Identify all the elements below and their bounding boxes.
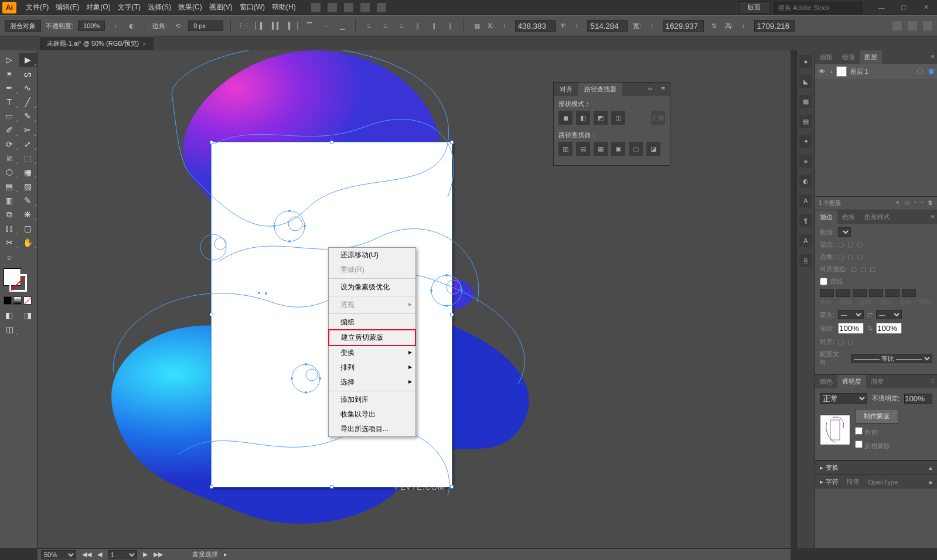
align-inside-icon[interactable]: ▢: [860, 265, 866, 273]
dist-hcenter-icon[interactable]: ∥: [428, 20, 440, 32]
transparency-menu-icon[interactable]: ≡: [929, 375, 937, 388]
corner-miter-icon[interactable]: ▢: [838, 253, 844, 261]
mesh-tool[interactable]: ▨: [19, 179, 38, 193]
menu-object[interactable]: 对象(O): [83, 2, 114, 12]
blend-tool[interactable]: ⧉: [0, 207, 19, 221]
live-paint-tool[interactable]: ▦: [19, 165, 38, 179]
invert-checkbox[interactable]: [855, 441, 863, 448]
character-accordion[interactable]: ▸字符 段落 OpenType≡: [815, 474, 937, 489]
transform-icon[interactable]: ▦: [471, 20, 483, 32]
x-value[interactable]: [515, 20, 556, 32]
selection-type[interactable]: 混合对象: [5, 20, 41, 32]
essentials-icon[interactable]: [892, 21, 902, 30]
document-tab[interactable]: 未标题-1.ai* @ 50% (RGB/预览) ×: [40, 36, 154, 50]
tab-layers[interactable]: 图层: [860, 50, 882, 64]
dash-1[interactable]: [820, 289, 834, 297]
x-link-icon[interactable]: ↕: [499, 20, 510, 32]
ctx-add-to-library[interactable]: 添加到库: [329, 392, 415, 407]
draw-behind-icon[interactable]: ◨: [19, 308, 38, 322]
profile-select[interactable]: ———— 等比 ————: [851, 354, 932, 363]
character-icon[interactable]: A: [799, 234, 812, 247]
arrow-end[interactable]: —: [876, 310, 902, 319]
panel-menu-icon[interactable]: [923, 21, 932, 30]
locate-icon[interactable]: ⌖: [896, 199, 899, 207]
bridge-icon[interactable]: [311, 3, 321, 12]
column-graph-tool[interactable]: ⫿⫿: [0, 221, 19, 235]
arrange-icon[interactable]: [344, 3, 353, 12]
corner-value[interactable]: 0 px: [188, 21, 223, 31]
screen-mode-icon[interactable]: ◫: [0, 322, 19, 336]
lasso-tool[interactable]: ᔕ: [19, 67, 38, 81]
pathfinder-panel[interactable]: 对齐 路径查找器 ›› ≡ 形状模式： ◼ ◧ ◩ ◫ 扩展 路径查找器： ▥ …: [553, 82, 670, 166]
gap-2[interactable]: [869, 289, 883, 297]
blend-mode-select[interactable]: 正常: [820, 393, 867, 404]
artboard-next-icon[interactable]: ▶▶: [154, 551, 163, 558]
gradient-tool[interactable]: ▥: [0, 193, 19, 207]
constrain-icon[interactable]: ⇅: [708, 20, 720, 32]
menu-effect[interactable]: 效果(C): [175, 2, 206, 12]
corner-round-icon[interactable]: ▢: [847, 253, 853, 261]
draw-normal-icon[interactable]: ◧: [0, 308, 19, 322]
eyedropper-tool[interactable]: ✎: [19, 193, 38, 207]
align-bottom-icon[interactable]: ▁: [336, 20, 348, 32]
gap-3[interactable]: [902, 289, 916, 297]
selection-tool[interactable]: ▷: [0, 53, 19, 67]
arrow-scale-end[interactable]: [876, 323, 902, 334]
color-mode-icon[interactable]: [4, 296, 12, 305]
direct-selection-tool[interactable]: ▶: [19, 53, 38, 67]
tab-stroke[interactable]: 描边: [815, 210, 837, 224]
link-corners-icon[interactable]: ⟲: [172, 20, 183, 32]
tab-graphic-styles[interactable]: 图形样式: [860, 210, 895, 224]
layers-menu-icon[interactable]: ≡: [929, 50, 937, 64]
h-link-icon[interactable]: ↕: [738, 20, 749, 32]
align-outside-icon[interactable]: ▢: [870, 265, 875, 273]
swatches-panel-icon[interactable]: ▦: [799, 95, 812, 108]
cap-butt-icon[interactable]: ▢: [838, 241, 844, 248]
none-mode-icon[interactable]: [23, 296, 32, 305]
dist-left-icon[interactable]: ∥: [412, 20, 424, 32]
dist-top-icon[interactable]: ≡: [363, 20, 374, 32]
align-left-icon[interactable]: ▏▍: [254, 20, 266, 32]
artboard-prev1-icon[interactable]: ◀: [97, 551, 102, 558]
ctx-make-clipping-mask[interactable]: 建立剪切蒙版: [328, 329, 416, 346]
maximize-button[interactable]: ▢: [895, 4, 912, 12]
chevron-right-icon[interactable]: ›: [110, 20, 121, 32]
ctx-undo[interactable]: 还原移动(U): [329, 248, 415, 262]
color-guide-icon[interactable]: ◣: [799, 75, 812, 88]
zoom-tool[interactable]: ⌕: [0, 250, 19, 264]
align-top-icon[interactable]: ▔: [304, 20, 315, 32]
align-arrow-path-icon[interactable]: ▢: [847, 338, 853, 346]
align-center-icon[interactable]: ▢: [851, 265, 857, 273]
dashed-checkbox[interactable]: [820, 278, 827, 285]
new-sublayer-icon[interactable]: ▫: [914, 199, 916, 207]
color-panel-icon[interactable]: ●: [799, 55, 812, 68]
tab-gradient[interactable]: 渐变: [866, 375, 888, 388]
opacity-input[interactable]: [904, 394, 932, 404]
hand-tool[interactable]: ✋: [19, 235, 38, 250]
symbols-panel-icon[interactable]: ✦: [799, 135, 812, 148]
width-tool[interactable]: ⎚: [0, 151, 19, 165]
libraries-icon[interactable]: ⎘: [799, 254, 812, 267]
ctx-export-selection[interactable]: 导出所选项目...: [329, 422, 415, 436]
cap-square-icon[interactable]: ▢: [857, 241, 863, 248]
recolor-icon[interactable]: ◐: [126, 20, 138, 32]
clip-checkbox[interactable]: [855, 427, 863, 435]
artboard-prev-icon[interactable]: ◀◀: [82, 551, 91, 558]
search-stock-input[interactable]: [774, 2, 862, 13]
artboard-next1-icon[interactable]: ▶: [143, 551, 148, 558]
cap-round-icon[interactable]: ▢: [847, 241, 853, 248]
y-value[interactable]: [587, 20, 628, 32]
dash-3[interactable]: [885, 289, 899, 297]
ctx-pixel[interactable]: 设为像素级优化: [329, 280, 415, 295]
gap-1[interactable]: [836, 289, 850, 297]
tab-artboards[interactable]: 画板: [815, 50, 837, 64]
dash-2[interactable]: [853, 289, 867, 297]
w-value[interactable]: [663, 20, 704, 32]
tab-color[interactable]: 颜色: [815, 375, 837, 388]
opacity-value[interactable]: 100%: [78, 21, 105, 31]
menu-type[interactable]: 文字(T): [114, 2, 144, 12]
status-chevron-icon[interactable]: ▸: [224, 551, 227, 558]
delete-layer-icon[interactable]: 🗑: [928, 199, 933, 207]
align-arrow-tip-icon[interactable]: ▢: [838, 338, 844, 346]
crop-icon[interactable]: ▣: [611, 142, 625, 156]
